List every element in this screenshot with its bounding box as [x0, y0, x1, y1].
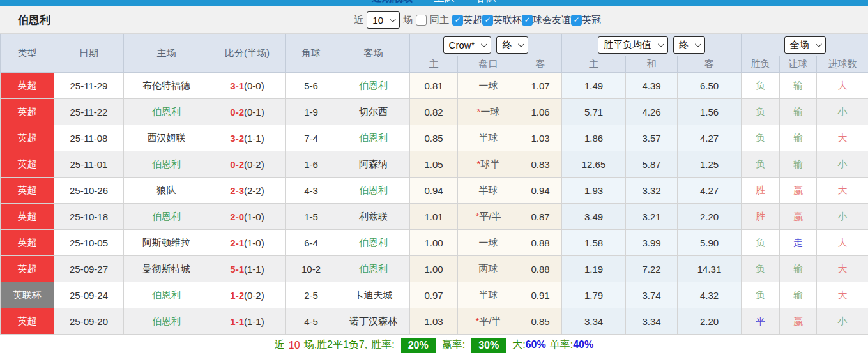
same-home-checkbox[interactable]	[416, 15, 427, 26]
match-league-badge: 英超	[1, 230, 54, 256]
match-score: 0-2(0-2)	[209, 151, 286, 178]
result-outcome: 负	[742, 151, 780, 178]
away-team: 诺丁汉森林	[337, 308, 410, 335]
match-date: 25-11-08	[54, 125, 124, 151]
recent-results-panel: 近期战绩 • 主队 • 客队 伯恩利 近 10 场 同主 英超英联杯球会友谊英冠	[0, 0, 868, 355]
recent-count-select[interactable]: 10	[367, 11, 400, 29]
big-rate: 60%	[526, 339, 546, 350]
avg-draw-odds: 4.26	[626, 99, 678, 125]
odds-company-select[interactable]: Crow*	[443, 36, 492, 54]
match-score: 2-3(2-2)	[209, 178, 286, 204]
match-score: 0-2(0-1)	[209, 99, 286, 125]
league-checkbox[interactable]	[452, 15, 463, 26]
avg-away-odds: 6.50	[678, 73, 742, 99]
result-goals: 小	[817, 151, 868, 178]
away-odds: 0.83	[519, 151, 562, 178]
win-rate-badge: 20%	[401, 338, 436, 353]
league-label: 英超	[463, 14, 482, 26]
sub-header-handicap-result: 让球	[780, 56, 817, 73]
odds-state-select[interactable]: 终	[496, 36, 528, 54]
avg-away-odds: 1.56	[678, 99, 742, 125]
chevron-down-icon	[518, 41, 524, 47]
corner-score: 10-2	[286, 256, 337, 282]
away-odds: 1.03	[519, 125, 562, 151]
avg-draw-odds: 3.34	[626, 308, 678, 335]
team-title: 伯恩利	[18, 13, 50, 27]
away-odds: 0.85	[519, 308, 562, 335]
result-handicap: 输	[780, 99, 817, 125]
match-tbody: 英超25-11-29布伦特福德3-1(0-0)5-6伯恩利0.81一球1.071…	[1, 73, 868, 335]
league-label: 英冠	[582, 14, 601, 26]
home-odds: 1.01	[410, 204, 458, 230]
match-date: 25-09-27	[54, 256, 124, 282]
result-outcome: 负	[742, 282, 780, 308]
corner-score: 5-6	[286, 73, 337, 99]
avg-draw-odds: 3.57	[626, 125, 678, 151]
match-score: 2-0(1-0)	[209, 204, 286, 230]
avg-odds-select[interactable]: 胜平负均值	[598, 36, 668, 54]
table-row: 英超25-09-27曼彻斯特城5-1(1-1)10-2伯恩利1.00两球0.88…	[1, 256, 868, 282]
corner-score: 2-5	[286, 282, 337, 308]
chevron-down-icon	[481, 41, 487, 47]
home-team: 曼彻斯特城	[124, 256, 209, 282]
games-label: 场	[403, 14, 413, 26]
col-header-home: 主场	[124, 34, 209, 73]
away-team: 伯恩利	[337, 125, 410, 151]
avg-home-odds: 1.86	[562, 125, 626, 151]
away-odds: 0.94	[519, 178, 562, 204]
sub-header-goals: 进球数	[817, 56, 868, 73]
league-label: 球会友谊	[533, 14, 571, 26]
corner-score: 6-4	[286, 230, 337, 256]
same-home-label: 同主	[430, 14, 449, 26]
avg-away-odds: 2.20	[678, 204, 742, 230]
scope-select[interactable]: 全场	[784, 36, 826, 54]
result-handicap: 输	[780, 73, 817, 99]
result-goals: 大	[817, 178, 868, 204]
result-handicap: 赢	[780, 308, 817, 335]
home-odds: 0.94	[410, 178, 458, 204]
stats-footer: 近10场,胜2平1负7, 胜率: 20% 赢率: 30% 大:60% 单率:40…	[0, 335, 868, 355]
avg-state-select[interactable]: 终	[673, 36, 705, 54]
home-odds: 1.05	[410, 151, 458, 178]
avg-home-odds: 3.49	[562, 204, 626, 230]
home-odds: 1.03	[410, 308, 458, 335]
tab-away-team[interactable]: 客队	[476, 0, 496, 3]
result-outcome: 负	[742, 73, 780, 99]
result-outcome: 胜	[742, 204, 780, 230]
result-handicap: 走	[780, 230, 817, 256]
handicap-line: *球半	[458, 151, 519, 178]
result-goals: 大	[817, 230, 868, 256]
single-rate-label: 单率:	[550, 339, 573, 350]
tab-home-team[interactable]: 主队	[434, 0, 455, 3]
nav-title: 近期战绩	[372, 0, 413, 3]
match-league-badge: 英超	[1, 308, 54, 335]
table-row: 英超25-11-01伯恩利0-2(0-2)1-6阿森纳1.05*球半0.8312…	[1, 151, 868, 178]
away-odds: 0.88	[519, 256, 562, 282]
league-checkbox[interactable]	[522, 15, 533, 26]
home-team: 布伦特福德	[124, 73, 209, 99]
col-header-type: 类型	[1, 34, 54, 73]
table-row: 英超25-10-26狼队2-3(2-2)4-3伯恩利0.94半球0.941.93…	[1, 178, 868, 204]
league-checkbox[interactable]	[571, 15, 582, 26]
handicap-line: 两球	[458, 256, 519, 282]
corner-score: 7-4	[286, 125, 337, 151]
scope-header: 全场	[742, 34, 868, 56]
handicap-line: 一球	[458, 73, 519, 99]
recent-count: 10	[289, 340, 300, 351]
away-team: 卡迪夫城	[337, 282, 410, 308]
league-checkbox[interactable]	[482, 15, 493, 26]
avg-away-odds: 4.32	[678, 282, 742, 308]
result-handicap: 输	[780, 256, 817, 282]
home-team: 狼队	[124, 178, 209, 204]
avg-home-odds: 5.71	[562, 99, 626, 125]
avg-draw-odds: 5.87	[626, 151, 678, 178]
col-header-away: 客场	[337, 34, 410, 73]
avg-away-odds: 2.20	[678, 308, 742, 335]
sub-header-away-odds: 客	[519, 56, 562, 73]
avg-home-odds: 1.93	[562, 178, 626, 204]
result-outcome: 负	[742, 99, 780, 125]
col-header-date: 日期	[54, 34, 124, 73]
away-odds: 1.06	[519, 99, 562, 125]
col-header-corner: 角球	[286, 34, 337, 73]
sub-header-outcome: 胜负	[742, 56, 780, 73]
